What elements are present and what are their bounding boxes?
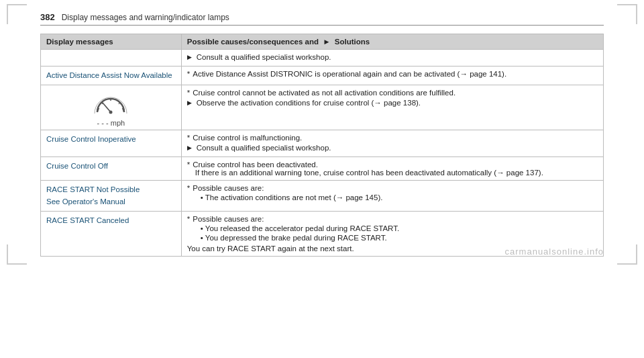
star-marker: *	[187, 89, 190, 97]
svg-point-6	[109, 111, 113, 114]
svg-line-5	[103, 103, 111, 112]
display-cell-race-not-possible: RACE START Not PossibleSee Operator's Ma…	[41, 181, 182, 212]
solutions-cell-race-not-possible: *Possible causes are: The activation con…	[181, 181, 603, 212]
display-cell-race-canceled: RACE START Canceled	[41, 211, 182, 256]
star-marker: *	[187, 215, 190, 223]
corner-mark-tl	[7, 4, 27, 24]
solutions-cell-speedo: *Cruise control cannot be activated as n…	[181, 85, 603, 130]
cruise-off-detail: If there is an additional warning tone, …	[187, 169, 543, 177]
list-item: The activation conditions are not met (→…	[201, 193, 598, 202]
speedo-caption: - - - mph	[46, 119, 176, 127]
corner-mark-tr	[617, 4, 637, 24]
active-distance-link[interactable]: Active Distance Assist Now Available	[46, 71, 172, 79]
table-row: Cruise Control Off *Cruise control has b…	[41, 157, 604, 181]
race-canceled-link[interactable]: RACE START Canceled	[46, 216, 129, 224]
arrow-bold-icon: ►	[323, 38, 330, 46]
display-cell-cruise-inoperative: Cruise Control Inoperative	[41, 130, 182, 157]
star-marker: *	[187, 184, 190, 192]
table-header-row: Display messages Possible causes/consequ…	[41, 34, 604, 50]
table-row: Cruise Control Inoperative *Cruise contr…	[41, 130, 604, 157]
table-row: Active Distance Assist Now Available *Ac…	[41, 66, 604, 85]
star-marker: *	[187, 134, 190, 142]
race-not-possible-link[interactable]: RACE START Not PossibleSee Operator's Ma…	[46, 185, 140, 205]
display-cell-empty	[41, 50, 182, 66]
watermark: carmanualsonline.info	[505, 247, 604, 257]
solutions-cell-cruise-off: *Cruise control has been deactivated. If…	[181, 157, 603, 181]
table-row: - - - mph *Cruise control cannot be acti…	[41, 85, 604, 130]
speedometer-icon	[92, 88, 129, 116]
solutions-cell-consult: Consult a qualified specialist workshop.	[181, 50, 603, 66]
star-marker: *	[187, 70, 190, 78]
page-number: 382	[40, 12, 55, 22]
solutions-cell-active-distance: *Active Distance Assist DISTRONIC is ope…	[181, 66, 603, 85]
page-header: 382 Display messages and warning/indicat…	[40, 12, 604, 26]
corner-mark-bl	[7, 244, 27, 265]
page-title: Display messages and warning/indicator l…	[62, 13, 229, 22]
list-item: Observe the activation conditions for cr…	[187, 99, 598, 107]
list-item: You released the accelerator pedal durin…	[201, 224, 598, 232]
solutions-cell-cruise-inoperative: *Cruise control is malfunctioning. Consu…	[181, 130, 603, 157]
list-item: You depressed the brake pedal during RAC…	[201, 234, 598, 242]
list-item: Consult a qualified specialist workshop.	[187, 53, 598, 61]
col2-suffix: Solutions	[335, 38, 370, 46]
display-cell-active-distance: Active Distance Assist Now Available	[41, 66, 182, 85]
table-row: RACE START Not PossibleSee Operator's Ma…	[41, 181, 604, 212]
star-marker: *	[187, 161, 190, 169]
table-row: Consult a qualified specialist workshop.	[41, 50, 604, 66]
col-header-display: Display messages	[41, 34, 182, 50]
cruise-inoperative-link[interactable]: Cruise Control Inoperative	[46, 135, 136, 143]
cruise-off-link[interactable]: Cruise Control Off	[46, 162, 108, 170]
display-cell-cruise-off: Cruise Control Off	[41, 157, 182, 181]
display-cell-speedo: - - - mph	[41, 85, 182, 130]
col-header-solutions: Possible causes/consequences and ► Solut…	[181, 34, 603, 50]
content-table: Display messages Possible causes/consequ…	[40, 34, 604, 257]
list-item: Consult a qualified specialist workshop.	[187, 144, 598, 152]
col2-prefix: Possible causes/consequences and	[187, 38, 319, 46]
corner-mark-br	[617, 244, 637, 265]
